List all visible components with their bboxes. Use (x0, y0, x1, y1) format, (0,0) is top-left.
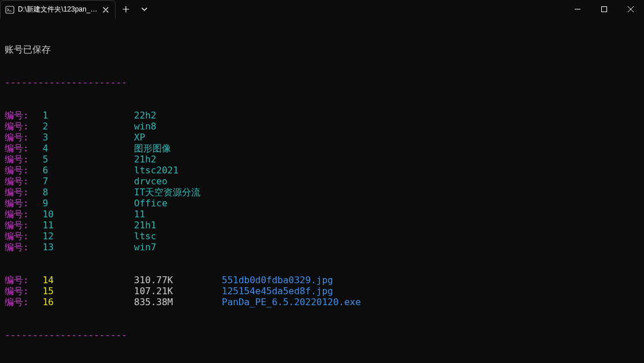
row-index: 15 (37, 286, 134, 297)
row-label: 编号: (5, 198, 37, 209)
row-index: 13 (37, 242, 134, 253)
row-size: 835.38M (134, 297, 222, 308)
status-line: 账号已保存 (5, 44, 639, 55)
row-label: 编号: (5, 154, 37, 165)
list-item: 编号: 6ltsc2021 (5, 165, 639, 176)
row-index: 3 (37, 132, 134, 143)
row-label: 编号: (5, 275, 37, 286)
list-item: 编号: 7drvceo (5, 176, 639, 187)
row-name: 21h2 (134, 154, 157, 165)
new-tab-button[interactable] (118, 1, 134, 17)
row-label: 编号: (5, 209, 37, 220)
row-index: 16 (37, 297, 134, 308)
row-label: 编号: (5, 110, 37, 121)
row-index: 4 (37, 143, 134, 154)
terminal-tab[interactable]: D:\新建文件夹\123pan_win_x8 (0, 0, 116, 18)
row-name: win8 (134, 121, 157, 132)
row-label: 编号: (5, 187, 37, 198)
list-item: 编号: 13win7 (5, 242, 639, 253)
list-item: 编号: 15107.21K125154e45da5ed8f.jpg (5, 286, 639, 297)
list-item: 编号: 1011 (5, 209, 639, 220)
list-item: 编号: 1121h1 (5, 220, 639, 231)
row-index: 2 (37, 121, 134, 132)
row-label: 编号: (5, 231, 37, 242)
list-item: 编号: 14310.77K551db0d0fdba0329.jpg (5, 275, 639, 286)
row-filename: 125154e45da5ed8f.jpg (222, 286, 333, 297)
row-filename: 551db0d0fdba0329.jpg (222, 275, 333, 286)
row-label: 编号: (5, 143, 37, 154)
terminal-icon (5, 5, 14, 14)
row-filename: PanDa_PE_6.5.20220120.exe (222, 297, 361, 308)
row-index: 12 (37, 231, 134, 242)
maximize-button[interactable] (591, 0, 617, 18)
list-item: 编号: 521h2 (5, 154, 639, 165)
row-name: Office (134, 198, 167, 209)
list-item: 编号: 9Office (5, 198, 639, 209)
row-name: 图形图像 (134, 143, 171, 154)
list-item: 编号: 8IT天空资源分流 (5, 187, 639, 198)
list-item: 编号: 122h2 (5, 110, 639, 121)
separator: ---------------------- (5, 329, 639, 340)
terminal-output[interactable]: 账号已保存 ---------------------- 编号: 122h2编号… (0, 18, 644, 363)
title-bar: D:\新建文件夹\123pan_win_x8 (0, 0, 644, 18)
row-name: IT天空资源分流 (134, 187, 200, 198)
close-button[interactable] (617, 0, 644, 18)
svg-rect-1 (602, 7, 607, 12)
row-label: 编号: (5, 121, 37, 132)
row-label: 编号: (5, 132, 37, 143)
row-name: win7 (134, 242, 157, 253)
row-name: 22h2 (134, 110, 157, 121)
list-item: 编号: 4图形图像 (5, 143, 639, 154)
row-name: ltsc2021 (134, 165, 178, 176)
list-item: 编号: 16835.38MPanDa_PE_6.5.20220120.exe (5, 297, 639, 308)
row-size: 310.77K (134, 275, 222, 286)
tabs-container: D:\新建文件夹\123pan_win_x8 (0, 0, 152, 18)
row-index: 10 (37, 209, 134, 220)
row-name: 21h1 (134, 220, 157, 231)
row-index: 1 (37, 110, 134, 121)
separator: ---------------------- (5, 77, 639, 88)
row-index: 8 (37, 187, 134, 198)
tab-title: D:\新建文件夹\123pan_win_x8 (18, 5, 98, 14)
row-name: drvceo (134, 176, 167, 187)
row-label: 编号: (5, 165, 37, 176)
row-label: 编号: (5, 220, 37, 231)
row-size: 107.21K (134, 286, 222, 297)
row-label: 编号: (5, 242, 37, 253)
row-name: XP (134, 132, 145, 143)
svg-rect-0 (6, 6, 14, 13)
list-item: 编号: 2win8 (5, 121, 639, 132)
row-index: 11 (37, 220, 134, 231)
tab-dropdown-button[interactable] (136, 1, 152, 17)
row-index: 5 (37, 154, 134, 165)
minimize-button[interactable] (564, 0, 591, 18)
list-item: 编号: 12ltsc (5, 231, 639, 242)
row-index: 7 (37, 176, 134, 187)
window-controls (564, 0, 644, 18)
tab-close-button[interactable] (101, 5, 110, 14)
row-index: 6 (37, 165, 134, 176)
row-label: 编号: (5, 176, 37, 187)
row-label: 编号: (5, 286, 37, 297)
row-index: 14 (37, 275, 134, 286)
row-name: ltsc (134, 231, 157, 242)
list-item: 编号: 3XP (5, 132, 639, 143)
row-name: 11 (134, 209, 145, 220)
row-index: 9 (37, 198, 134, 209)
row-label: 编号: (5, 297, 37, 308)
